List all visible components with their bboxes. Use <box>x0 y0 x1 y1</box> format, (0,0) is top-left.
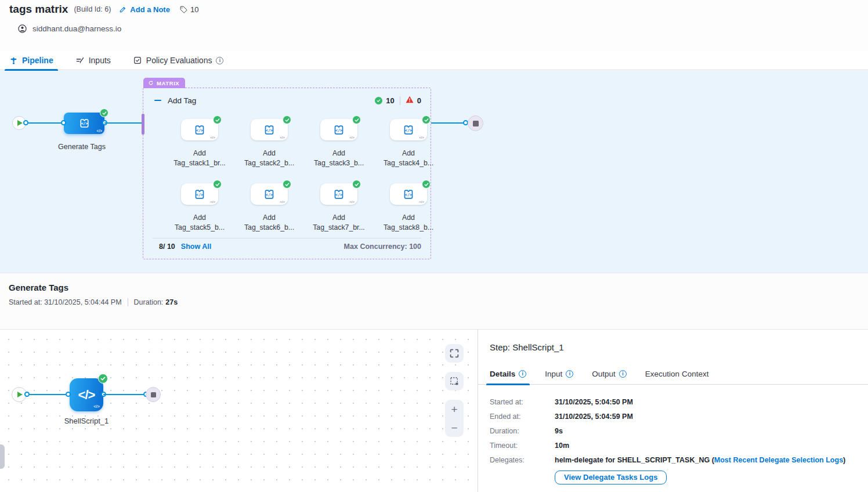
loop-icon <box>148 80 154 86</box>
tab-input[interactable]: Input i <box>545 363 573 385</box>
detail-label: Delegates: <box>490 456 555 464</box>
success-badge-icon <box>283 180 291 189</box>
success-count-icon <box>375 97 382 104</box>
detail-label: Duration: <box>490 427 555 435</box>
detail-label: Started at: <box>490 398 555 406</box>
matrix-cell: </> Add Tag_stack3_b... <box>304 119 374 183</box>
success-badge-icon <box>422 115 431 124</box>
step-type-glyph: </> <box>97 129 102 133</box>
marquee-select-icon <box>449 376 460 386</box>
divider <box>400 96 400 105</box>
stop-icon <box>473 121 479 126</box>
detail-row: Timeout: 10m <box>490 442 856 450</box>
build-id-label: (Build Id: 6) <box>74 5 111 13</box>
matrix-step-card[interactable]: </> <box>251 119 288 140</box>
matrix-step-card[interactable]: </> <box>320 183 357 205</box>
step-details-panel: Step: ShellScript_1 Details i Input i Ou… <box>478 330 868 492</box>
matrix-badge: MATRIX <box>143 78 185 88</box>
shell-script-step-icon <box>332 187 346 201</box>
stage-summary-section: Generate Tags Started at: 31/10/2025, 5:… <box>0 273 868 328</box>
add-note-button[interactable]: Add a Note <box>119 5 170 14</box>
matrix-step-card[interactable]: </> <box>320 119 357 140</box>
details-info-icon[interactable]: i <box>519 370 526 378</box>
matrix-step-label: Add Tag_stack2_b... <box>234 149 304 168</box>
panel-drag-handle[interactable] <box>0 444 5 469</box>
details-list: Started at: 31/10/2025, 5:04:50 PM Ended… <box>490 398 856 450</box>
pipeline-graph-area: </> Generate Tags MATRIX Add Tag 10 <box>0 71 868 273</box>
pipeline-end-node[interactable] <box>468 115 483 131</box>
add-note-label: Add a Note <box>130 5 170 14</box>
tab-policy-evaluations[interactable]: Policy Evaluations i <box>133 51 224 70</box>
generate-tags-step-node[interactable]: </> <box>64 113 104 134</box>
tab-pipeline-label: Pipeline <box>22 56 53 65</box>
matrix-step-card[interactable]: </> <box>181 183 218 205</box>
matrix-step-card[interactable]: </> <box>181 119 218 140</box>
stage-duration-label: Duration: <box>134 298 164 306</box>
detail-value: 31/10/2025, 5:04:59 PM <box>555 413 633 421</box>
tab-output[interactable]: Output i <box>592 363 627 385</box>
page-title: tags matrix <box>9 3 68 16</box>
success-badge-icon <box>422 180 431 189</box>
delegates-value: helm-delegate for SHELL_SCRIPT_TASK_NG (… <box>555 456 845 464</box>
view-delegate-tasks-logs-button[interactable]: View Delegate Tasks Logs <box>555 471 667 484</box>
matrix-step-label: Add Tag_stack1_br... <box>165 149 234 168</box>
step-details-body: Started at: 31/10/2025, 5:04:50 PM Ended… <box>490 398 856 484</box>
tab-execution-context[interactable]: Execution Context <box>645 363 709 385</box>
success-badge-icon <box>352 115 361 124</box>
tab-details[interactable]: Details i <box>490 363 526 385</box>
matrix-step-card[interactable]: </> <box>390 183 427 205</box>
matrix-cell: </> Add Tag_stack2_b... <box>234 119 304 183</box>
tab-pipeline[interactable]: Pipeline <box>9 51 53 70</box>
step-type-glyph: </> <box>210 136 215 139</box>
zoom-in-button[interactable]: + <box>445 400 464 418</box>
pencil-icon <box>119 5 127 13</box>
fit-to-screen-button[interactable] <box>445 344 464 363</box>
step-panel-tabs: Details i Input i Output i Execution Con… <box>478 363 868 385</box>
tab-input-label: Input <box>545 370 562 378</box>
code-icon: </> <box>78 388 95 403</box>
output-info-icon[interactable]: i <box>619 370 627 378</box>
pipeline-icon <box>9 56 18 65</box>
delegate-selection-logs-link[interactable]: Most Recent Delegate Selection Logs <box>714 456 843 464</box>
success-badge-icon <box>283 115 291 124</box>
tab-inputs[interactable]: Inputs <box>75 51 111 70</box>
zoom-out-button[interactable]: − <box>445 418 464 437</box>
detail-row: Duration: 9s <box>490 427 856 435</box>
tab-policy-label: Policy Evaluations <box>146 56 212 65</box>
tab-execution-context-label: Execution Context <box>645 370 709 378</box>
success-badge-icon <box>213 180 222 189</box>
show-all-link[interactable]: Show All <box>181 243 211 251</box>
select-area-button[interactable] <box>445 372 464 390</box>
matrix-step-card[interactable]: </> <box>390 119 427 140</box>
user-avatar-icon <box>17 24 27 34</box>
shell-script-step-icon <box>262 187 276 201</box>
tab-inputs-label: Inputs <box>89 56 111 65</box>
shell-script-step-icon <box>193 187 207 201</box>
tab-output-label: Output <box>592 370 616 378</box>
connector-dot <box>23 120 28 125</box>
input-info-icon[interactable]: i <box>566 370 573 378</box>
shellscript-step-node[interactable]: </> </> <box>70 378 103 411</box>
step-type-glyph: </> <box>349 200 355 204</box>
detail-row: Started at: 31/10/2025, 5:04:50 PM <box>490 398 856 406</box>
step-end-node[interactable] <box>146 387 161 402</box>
matrix-step-card[interactable]: </> <box>251 183 288 205</box>
expand-icon <box>449 348 460 359</box>
shell-script-step-icon <box>402 123 415 137</box>
step-graph-canvas[interactable]: </> </> ShellScript_1 + − <box>0 330 478 492</box>
failed-count: 0 <box>417 96 421 105</box>
detail-row: Ended at: 31/10/2025, 5:04:59 PM <box>490 413 856 421</box>
shell-script-step-icon <box>262 123 276 137</box>
collapse-matrix-button[interactable] <box>154 100 161 102</box>
zoom-controls: + − <box>445 400 464 437</box>
tag-count-chip[interactable]: 10 <box>179 5 198 14</box>
step-type-glyph: </> <box>280 136 285 139</box>
policy-info-icon[interactable]: i <box>216 57 223 64</box>
step-type-glyph: </> <box>419 200 424 204</box>
delegates-row: Delegates: helm-delegate for SHELL_SCRIP… <box>490 456 856 464</box>
matrix-step-label: Add Tag_stack8_b... <box>374 213 443 232</box>
step-type-glyph: </> <box>280 200 285 204</box>
stage-started-at: Started at: 31/10/2025, 5:04:44 PM <box>9 298 122 306</box>
edge-start-to-generate <box>26 122 64 124</box>
detail-value: 31/10/2025, 5:04:50 PM <box>555 398 633 406</box>
